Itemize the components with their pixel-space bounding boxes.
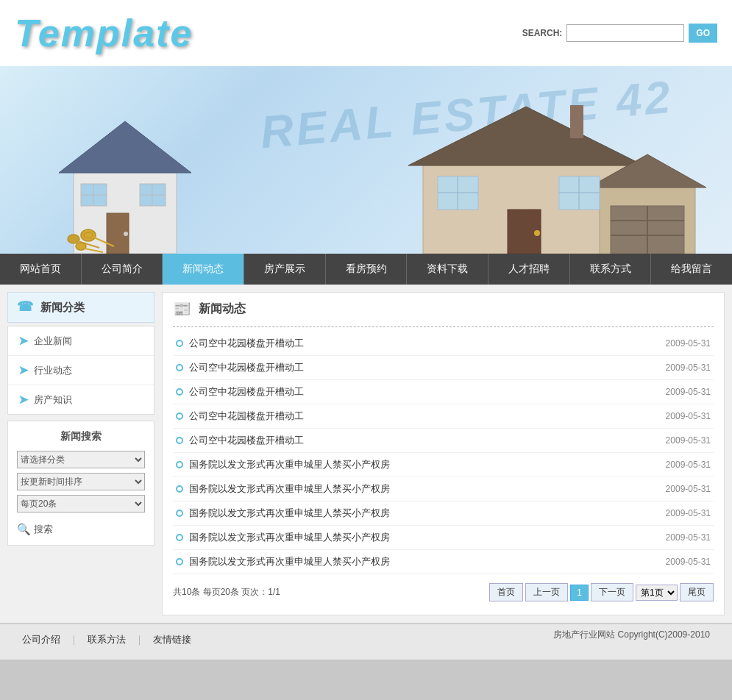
news-date: 2009-05-31: [666, 460, 711, 470]
news-left: 国务院以发文形式再次重申城里人禁买小产权房: [176, 555, 390, 568]
nav-item-news[interactable]: 新闻动态: [163, 254, 244, 285]
news-list-item[interactable]: 公司空中花园楼盘开槽动工 2009-05-31: [173, 404, 714, 429]
news-icon: 📰: [173, 300, 191, 318]
banner: REAL ESTATE 42: [0, 66, 732, 254]
arrow-icon: ➤: [18, 393, 28, 407]
news-title: 国务院以发文形式再次重申城里人禁买小产权房: [189, 531, 390, 544]
search-go-button[interactable]: GO: [689, 24, 717, 43]
content-title-text: 新闻动态: [199, 301, 246, 317]
svg-point-10: [81, 229, 96, 241]
footer-separator: ｜: [135, 633, 144, 646]
sidebar-category-label: 新闻分类: [40, 301, 85, 315]
news-left: 国务院以发文形式再次重申城里人禁买小产权房: [176, 531, 390, 544]
svg-marker-1: [59, 121, 191, 173]
sidebar-menu: ➤ 企业新闻 ➤ 行业动态 ➤ 房产知识: [7, 326, 154, 415]
news-bullet: [176, 461, 183, 468]
nav-item-recruit[interactable]: 人才招聘: [488, 254, 570, 285]
news-date: 2009-05-31: [666, 362, 711, 373]
news-bullet: [176, 485, 183, 493]
news-bullet: [176, 340, 183, 347]
search-label: SEARCH:: [522, 28, 563, 38]
nav-item-home[interactable]: 网站首页: [0, 254, 82, 285]
sidebar-item-label: 企业新闻: [34, 335, 72, 348]
news-list-item[interactable]: 公司空中花园楼盘开槽动工 2009-05-31: [173, 380, 714, 404]
news-list-item[interactable]: 公司空中花园楼盘开槽动工 2009-05-31: [173, 332, 714, 356]
svg-marker-18: [408, 107, 644, 165]
sidebar-search-title: 新闻搜索: [17, 430, 145, 443]
prev-page-button[interactable]: 上一页: [525, 583, 568, 601]
sidebar-item-company-news[interactable]: ➤ 企业新闻: [8, 326, 154, 356]
logo: Template: [15, 11, 193, 55]
news-title: 公司空中花园楼盘开槽动工: [189, 385, 304, 399]
svg-point-13: [68, 235, 79, 243]
news-left: 公司空中花园楼盘开槽动工: [176, 410, 304, 423]
news-date: 2009-05-31: [666, 411, 711, 421]
perpage-select[interactable]: 每页20条: [17, 495, 145, 512]
sort-select[interactable]: 按更新时间排序: [17, 473, 145, 490]
news-bullet: [176, 413, 183, 420]
svg-rect-34: [570, 105, 583, 138]
news-date: 2009-05-31: [666, 557, 711, 567]
category-select[interactable]: 请选择分类: [17, 451, 145, 468]
footer-link-2[interactable]: 友情链接: [153, 633, 191, 646]
banner-house-right: [401, 92, 710, 254]
news-title: 公司空中花园楼盘开槽动工: [189, 337, 304, 350]
sidebar-item-industry[interactable]: ➤ 行业动态: [8, 356, 154, 385]
news-title: 公司空中花园楼盘开槽动工: [189, 361, 304, 374]
news-list-item[interactable]: 公司空中花园楼盘开槽动工 2009-05-31: [173, 429, 714, 453]
news-title: 国务院以发文形式再次重申城里人禁买小产权房: [189, 482, 390, 496]
news-list-item[interactable]: 公司空中花园楼盘开槽动工 2009-05-31: [173, 356, 714, 380]
news-date: 2009-05-31: [666, 508, 711, 518]
arrow-icon: ➤: [18, 363, 28, 377]
search-input[interactable]: [566, 24, 684, 42]
nav-item-contact[interactable]: 联系方式: [570, 254, 652, 285]
sidebar-item-label: 行业动态: [34, 364, 72, 377]
news-left: 公司空中花园楼盘开槽动工: [176, 385, 304, 399]
page-select[interactable]: 第1页: [636, 585, 678, 601]
news-list-item[interactable]: 国务院以发文形式再次重申城里人禁买小产权房 2009-05-31: [173, 501, 714, 526]
news-title: 国务院以发文形式再次重申城里人禁买小产权房: [189, 507, 390, 520]
sidebar: ☎ 新闻分类 ➤ 企业新闻 ➤ 行业动态 ➤ 房产知识 新闻搜索: [7, 292, 154, 615]
search-icon: 🔍: [17, 523, 31, 536]
sidebar-category-title: ☎ 新闻分类: [7, 292, 154, 323]
header: Template SEARCH: GO: [0, 0, 732, 66]
news-date: 2009-05-31: [666, 484, 711, 494]
banner-house-left: [44, 107, 206, 254]
sidebar-item-property-knowledge[interactable]: ➤ 房产知识: [8, 385, 154, 414]
svg-rect-23: [508, 210, 541, 233]
footer-copyright: 房地产行业网站 Copyright(C)2009-2010: [553, 629, 710, 641]
news-bullet: [176, 558, 183, 565]
search-button[interactable]: 🔍 搜索: [17, 523, 53, 536]
news-bullet: [176, 534, 183, 541]
news-title: 国务院以发文形式再次重申城里人禁买小产权房: [189, 458, 390, 471]
news-left: 公司空中花园楼盘开槽动工: [176, 434, 304, 447]
nav-item-about[interactable]: 公司简介: [82, 254, 163, 285]
nav-item-download[interactable]: 资料下载: [407, 254, 488, 285]
footer-link-0[interactable]: 公司介绍: [22, 633, 60, 646]
nav-item-properties[interactable]: 房产展示: [244, 254, 326, 285]
news-list: 公司空中花园楼盘开槽动工 2009-05-31 公司空中花园楼盘开槽动工 200…: [173, 332, 714, 574]
footer-link-1[interactable]: 联系方法: [88, 633, 126, 646]
news-list-item[interactable]: 国务院以发文形式再次重申城里人禁买小产权房 2009-05-31: [173, 550, 714, 574]
next-page-button[interactable]: 下一页: [591, 583, 633, 601]
news-bullet: [176, 510, 183, 517]
category-icon: ☎: [17, 299, 35, 316]
footer: 公司介绍｜联系方法｜友情链接 房地产行业网站 Copyright(C)2009-…: [0, 623, 732, 660]
news-list-item[interactable]: 国务院以发文形式再次重申城里人禁买小产权房 2009-05-31: [173, 453, 714, 477]
news-date: 2009-05-31: [666, 338, 711, 349]
news-left: 国务院以发文形式再次重申城里人禁买小产权房: [176, 458, 390, 471]
footer-links: 公司介绍｜联系方法｜友情链接: [22, 633, 191, 646]
news-list-item[interactable]: 国务院以发文形式再次重申城里人禁买小产权房 2009-05-31: [173, 526, 714, 550]
news-bullet: [176, 437, 183, 444]
news-bullet: [176, 388, 183, 396]
content-title: 📰 新闻动态: [173, 300, 714, 322]
last-page-button[interactable]: 尾页: [680, 583, 714, 601]
news-list-item[interactable]: 国务院以发文形式再次重申城里人禁买小产权房 2009-05-31: [173, 477, 714, 501]
news-title: 国务院以发文形式再次重申城里人禁买小产权房: [189, 555, 390, 568]
news-date: 2009-05-31: [666, 387, 711, 397]
search-btn-label: 搜索: [34, 523, 53, 536]
nav-item-booking[interactable]: 看房预约: [326, 254, 408, 285]
first-page-button[interactable]: 首页: [489, 583, 523, 601]
current-page: 1: [570, 585, 589, 601]
nav-item-message[interactable]: 给我留言: [651, 254, 732, 285]
